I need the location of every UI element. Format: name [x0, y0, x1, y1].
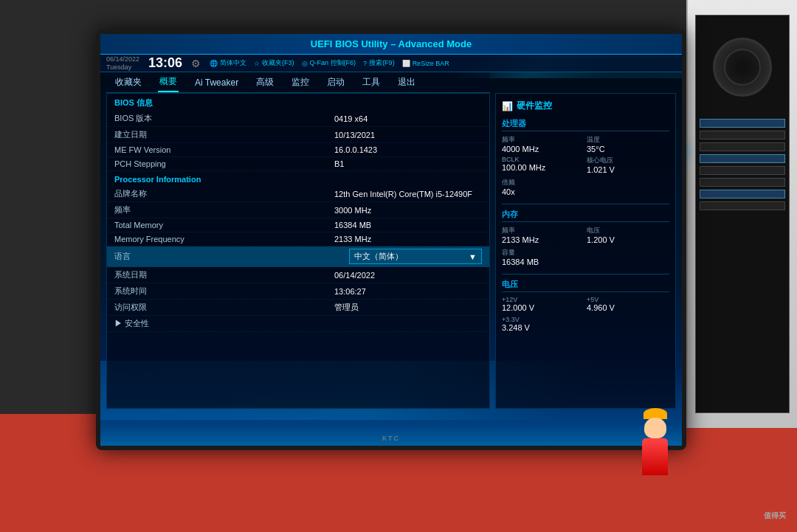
cpu-bclk-item: BCLK 100.00 MHz: [502, 156, 584, 174]
tab-boot[interactable]: 启动: [325, 73, 346, 91]
voltage-grid: +12V 12.000 V +5V 4.960 V: [502, 296, 669, 312]
bios-title-bar: UEFI BIOS Utility – Advanced Mode: [100, 34, 682, 55]
system-date-value: 06/14/2022: [334, 271, 482, 280]
cpu-vcore-item: 核心电压 1.021 V: [587, 156, 669, 174]
globe-icon: 🌐: [210, 60, 218, 67]
access-level-label: 访问权限: [114, 302, 334, 313]
case-slot: [700, 190, 785, 198]
status-icons: 🌐 简体中文 ☆ 收藏夹(F3) ◎ Q-Fan 控制(F6) ? 搜索(F9)…: [210, 58, 449, 68]
tab-overview[interactable]: 概要: [158, 72, 179, 92]
language-label: 语言: [114, 251, 349, 262]
cpu-section: 处理器 频率 4000 MHz 温度 35°C BCLK 100.00 MHz: [502, 118, 669, 196]
settings-gear-icon[interactable]: ⚙: [191, 58, 201, 69]
dropdown-arrow-icon: ▼: [469, 252, 477, 261]
me-fw-label: ME FW Version: [114, 145, 334, 154]
v5-item: +5V 4.960 V: [587, 296, 669, 312]
memory-section-title: 内存: [502, 209, 669, 222]
tab-ai-tweaker[interactable]: Ai Tweaker: [193, 75, 240, 91]
v33-item: +3.3V 3.248 V: [502, 316, 669, 332]
system-time-value: 13:06:27: [334, 287, 482, 296]
total-memory-value: 16384 MB: [334, 221, 482, 229]
memory-grid: 频率 2133 MHz 电压 1.200 V: [502, 226, 669, 244]
cpu-freq-item: 频率 4000 MHz: [502, 135, 584, 153]
cpu-freq-label: 频率: [114, 204, 334, 215]
bios-date-row: 建立日期 10/13/2021: [107, 127, 489, 143]
computer-case: [686, 0, 797, 428]
figurine-head: [644, 418, 666, 438]
pch-label: PCH Stepping: [114, 159, 334, 168]
star-icon: ☆: [254, 60, 260, 67]
bios-nav: 收藏夹 概要 Ai Tweaker 高级 监控 启动 工具 退出: [106, 72, 490, 93]
cpu-brand-row: 品牌名称 12th Gen Intel(R) Core(TM) i5-12490…: [107, 186, 489, 202]
security-row[interactable]: ▶ 安全性: [107, 316, 489, 332]
cpu-ratio-item: 倍频 40x: [502, 178, 669, 196]
pch-row: PCH Stepping B1: [107, 157, 489, 171]
qfan-icon-item[interactable]: ◎ Q-Fan 控制(F6): [302, 58, 356, 68]
total-memory-row: Total Memory 16384 MB: [107, 218, 489, 232]
bios-info-section-title: BIOS 信息: [107, 94, 489, 111]
resizebar-icon-item[interactable]: ⬜ ReSize BAR: [402, 60, 449, 67]
cpu-temp-item: 温度 35°C: [587, 135, 669, 153]
v12-item: +12V 12.000 V: [502, 296, 584, 312]
mem-voltage-item: 电压 1.200 V: [587, 226, 669, 244]
watermark: 值得买: [764, 511, 786, 521]
cpu-brand-label: 品牌名称: [114, 188, 334, 199]
system-date-label: 系统日期: [114, 269, 334, 280]
case-slot: [700, 131, 785, 139]
pch-value: B1: [334, 159, 482, 168]
bios-date-label: 建立日期: [114, 129, 334, 140]
tab-tools[interactable]: 工具: [361, 73, 382, 91]
mem-freq-value: 2133 MHz: [334, 235, 482, 243]
tab-exit[interactable]: 退出: [396, 73, 417, 91]
divider-2: [502, 274, 669, 274]
cpu-freq-row: 频率 3000 MHz: [107, 202, 489, 218]
mem-capacity-item: 容量 16384 MB: [502, 248, 669, 266]
me-fw-value: 16.0.0.1423: [334, 145, 482, 154]
bios-version-label: BIOS 版本: [114, 113, 334, 124]
case-slot: [700, 142, 785, 151]
tab-advanced[interactable]: 高级: [255, 73, 275, 91]
search-icon-item[interactable]: ? 搜索(F9): [363, 58, 395, 68]
favorites-icon-item[interactable]: ☆ 收藏夹(F3): [254, 58, 294, 68]
voltage-section-title: 电压: [502, 279, 669, 292]
cpu-section-title: 处理器: [502, 118, 669, 131]
access-level-row: 访问权限 管理员: [107, 300, 489, 316]
resize-icon: ⬜: [402, 60, 410, 67]
monitor-brand: KTC: [382, 435, 400, 442]
tab-monitor[interactable]: 监控: [290, 73, 311, 91]
mem-freq-label: Memory Frequency: [114, 235, 334, 243]
memory-section: 内存 频率 2133 MHz 电压 1.200 V 容量 16384 MB: [502, 209, 669, 266]
cpu-freq-value: 3000 MHz: [334, 206, 482, 215]
bios-date-value: 10/13/2021: [334, 131, 482, 139]
case-slots: [700, 119, 785, 213]
tab-favorites[interactable]: 收藏夹: [114, 73, 143, 91]
me-fw-row: ME FW Version 16.0.0.1423: [107, 143, 489, 157]
monitor: UEFI BIOS Utility – Advanced Mode 06/14/…: [96, 30, 686, 450]
hw-monitor-title: 📊 硬件监控: [502, 100, 669, 112]
monitor-screen: UEFI BIOS Utility – Advanced Mode 06/14/…: [100, 34, 682, 446]
case-slot: [700, 119, 785, 128]
language-dropdown[interactable]: 中文（简体） ▼: [349, 249, 482, 264]
case-slot: [700, 166, 785, 175]
time-display: 13:06: [148, 55, 182, 71]
case-slot: [700, 201, 785, 210]
language-icon-item[interactable]: 🌐 简体中文: [210, 58, 246, 68]
bios-version-value: 0419 x64: [334, 114, 482, 123]
bios-title: UEFI BIOS Utility – Advanced Mode: [311, 38, 472, 49]
case-slot: [700, 154, 785, 163]
cpu-grid: 频率 4000 MHz 温度 35°C BCLK 100.00 MHz 核心电压…: [502, 135, 669, 174]
case-slot: [700, 178, 785, 187]
figurine: [635, 407, 675, 466]
language-row[interactable]: 语言 中文（简体） ▼: [107, 246, 489, 267]
fan-icon: ◎: [302, 60, 308, 67]
voltage-section: 电压 +12V 12.000 V +5V 4.960 V +3.3V 3.248…: [502, 279, 669, 332]
hardware-monitor-panel: 📊 硬件监控 处理器 频率 4000 MHz 温度 35°C BCLK: [495, 93, 676, 409]
security-label: ▶ 安全性: [114, 318, 334, 329]
bios-version-row: BIOS 版本 0419 x64: [107, 111, 489, 127]
access-level-value: 管理员: [334, 302, 482, 313]
monitor-icon: 📊: [502, 101, 513, 111]
mem-freq-row: Memory Frequency 2133 MHz: [107, 232, 489, 246]
system-time-row: 系统时间 13:06:27: [107, 283, 489, 300]
bios-status-bar: 06/14/2022 Tuesday 13:06 ⚙ 🌐 简体中文 ☆ 收藏夹(…: [100, 55, 682, 72]
system-date-row: 系统日期 06/14/2022: [107, 267, 489, 283]
